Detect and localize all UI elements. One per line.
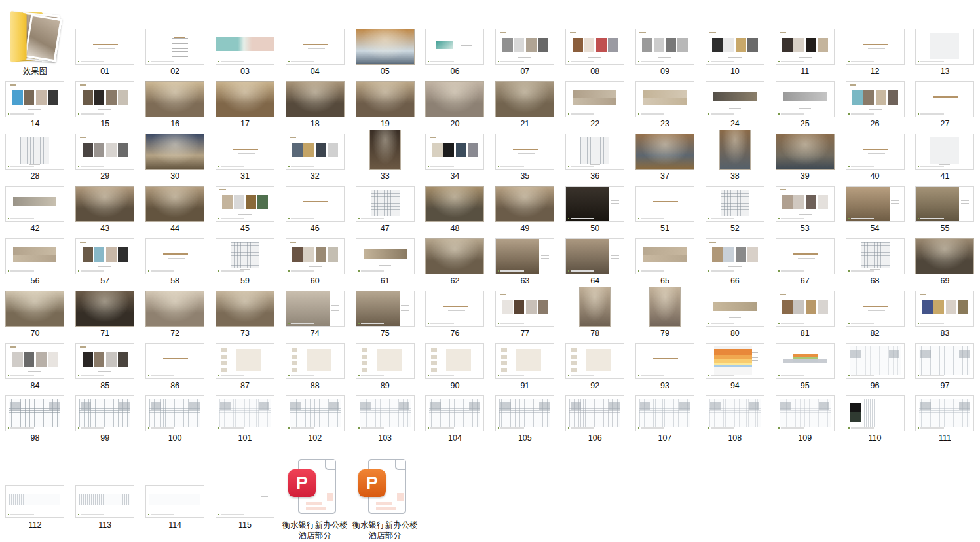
file-grid-item[interactable]: 54	[840, 182, 910, 234]
file-grid-item[interactable]: 23	[630, 77, 700, 130]
file-grid-item[interactable]: 36	[560, 130, 630, 182]
file-grid-item[interactable]: 41	[910, 130, 980, 182]
file-grid-item[interactable]: 96	[840, 339, 910, 391]
file-grid-item[interactable]: 39	[770, 130, 840, 182]
file-grid-item[interactable]: 47	[350, 182, 420, 234]
file-grid-item[interactable]: 73	[210, 287, 280, 339]
file-grid-item[interactable]: 18	[280, 77, 350, 130]
file-grid-item[interactable]: 108	[700, 391, 770, 444]
file-grid-item[interactable]: 02	[140, 0, 210, 77]
file-grid-item[interactable]: 28	[0, 130, 70, 182]
file-grid-item[interactable]: 98	[0, 391, 70, 444]
file-grid-item[interactable]: 27	[910, 77, 980, 130]
file-grid-item[interactable]: 105	[490, 391, 560, 444]
file-grid-item[interactable]: 15	[70, 77, 140, 130]
file-grid-item[interactable]: 42	[0, 182, 70, 234]
file-grid-item[interactable]: 07	[490, 0, 560, 77]
file-grid-item[interactable]: 100	[140, 391, 210, 444]
file-grid-item[interactable]: 97	[910, 339, 980, 391]
file-grid-item[interactable]: 109	[770, 391, 840, 444]
file-grid-item[interactable]: 48	[420, 182, 490, 234]
file-grid-item[interactable]: 63	[490, 234, 560, 287]
file-grid-item[interactable]: 26	[840, 77, 910, 130]
file-grid-item[interactable]: 77	[490, 287, 560, 339]
file-grid-item[interactable]: 62	[420, 234, 490, 287]
file-grid-item[interactable]: 40	[840, 130, 910, 182]
file-grid-item[interactable]: 49	[490, 182, 560, 234]
file-grid-item[interactable]: 56	[0, 234, 70, 287]
file-grid-item[interactable]: 112	[0, 444, 70, 542]
file-grid-item[interactable]: 102	[280, 391, 350, 444]
file-grid-item[interactable]: 99	[70, 391, 140, 444]
file-grid-item[interactable]: 55	[910, 182, 980, 234]
file-grid-item[interactable]: 95	[770, 339, 840, 391]
file-grid-item[interactable]: 32	[280, 130, 350, 182]
file-grid-item[interactable]: 22	[560, 77, 630, 130]
file-grid-item[interactable]: 03	[210, 0, 280, 77]
file-grid-item[interactable]: 57	[70, 234, 140, 287]
file-grid-item[interactable]: 81	[770, 287, 840, 339]
file-grid-item[interactable]: 90	[420, 339, 490, 391]
file-grid-item[interactable]: 82	[840, 287, 910, 339]
file-grid-item[interactable]: 51	[630, 182, 700, 234]
file-grid-item[interactable]: 10	[700, 0, 770, 77]
file-grid-item[interactable]: 68	[840, 234, 910, 287]
file-grid-item[interactable]: 09	[630, 0, 700, 77]
file-grid-item[interactable]: 61	[350, 234, 420, 287]
file-grid-item[interactable]: 06	[420, 0, 490, 77]
file-grid-item[interactable]: 80	[700, 287, 770, 339]
file-grid-item[interactable]: 25	[770, 77, 840, 130]
file-grid-item[interactable]: 60	[280, 234, 350, 287]
file-grid-item[interactable]: 04	[280, 0, 350, 77]
file-grid-item[interactable]: 20	[420, 77, 490, 130]
file-grid-item[interactable]: 12	[840, 0, 910, 77]
file-grid-item[interactable]: 84	[0, 339, 70, 391]
file-grid-item[interactable]: 05	[350, 0, 420, 77]
file-item[interactable]: P 衡水银行新办公楼酒店部分	[350, 444, 420, 542]
file-grid-item[interactable]: 01	[70, 0, 140, 77]
file-grid-item[interactable]: 46	[280, 182, 350, 234]
file-grid-item[interactable]: 110	[840, 391, 910, 444]
file-grid-item[interactable]: 44	[140, 182, 210, 234]
file-grid-item[interactable]: 58	[140, 234, 210, 287]
file-grid-item[interactable]: 106	[560, 391, 630, 444]
file-grid-item[interactable]: 30	[140, 130, 210, 182]
file-grid-item[interactable]: 107	[630, 391, 700, 444]
file-grid-item[interactable]: 13	[910, 0, 980, 77]
file-grid-item[interactable]: 69	[910, 234, 980, 287]
file-grid-item[interactable]: 67	[770, 234, 840, 287]
file-grid-item[interactable]: 93	[630, 339, 700, 391]
file-grid-item[interactable]: 74	[280, 287, 350, 339]
file-grid-item[interactable]: 59	[210, 234, 280, 287]
file-grid-item[interactable]: 85	[70, 339, 140, 391]
file-grid-item[interactable]: 29	[70, 130, 140, 182]
file-grid-item[interactable]: 64	[560, 234, 630, 287]
file-grid-item[interactable]: 75	[350, 287, 420, 339]
file-grid-item[interactable]: 72	[140, 287, 210, 339]
file-grid-item[interactable]: 52	[700, 182, 770, 234]
file-grid-item[interactable]: 83	[910, 287, 980, 339]
file-grid-item[interactable]: 113	[70, 444, 140, 542]
file-item[interactable]: P 衡水银行新办公楼酒店部分	[280, 444, 350, 542]
folder-item[interactable]: 效果图	[0, 0, 70, 77]
file-grid-item[interactable]: 21	[490, 77, 560, 130]
file-grid-item[interactable]: 19	[350, 77, 420, 130]
file-grid-item[interactable]: 88	[280, 339, 350, 391]
file-grid-item[interactable]: 50	[560, 182, 630, 234]
file-grid-item[interactable]: 17	[210, 77, 280, 130]
file-grid-item[interactable]: 53	[770, 182, 840, 234]
file-grid-item[interactable]: 24	[700, 77, 770, 130]
file-grid-item[interactable]: 65	[630, 234, 700, 287]
file-grid-item[interactable]: 33	[350, 130, 420, 182]
file-grid-item[interactable]: 08	[560, 0, 630, 77]
file-grid-item[interactable]: 115	[210, 444, 280, 542]
file-grid-item[interactable]: 14	[0, 77, 70, 130]
file-grid-item[interactable]: 87	[210, 339, 280, 391]
file-grid-item[interactable]: 34	[420, 130, 490, 182]
file-grid-item[interactable]: 89	[350, 339, 420, 391]
file-grid-item[interactable]: 104	[420, 391, 490, 444]
file-grid-item[interactable]: 71	[70, 287, 140, 339]
file-grid-item[interactable]: 35	[490, 130, 560, 182]
file-grid-item[interactable]: 66	[700, 234, 770, 287]
file-grid-item[interactable]: 101	[210, 391, 280, 444]
